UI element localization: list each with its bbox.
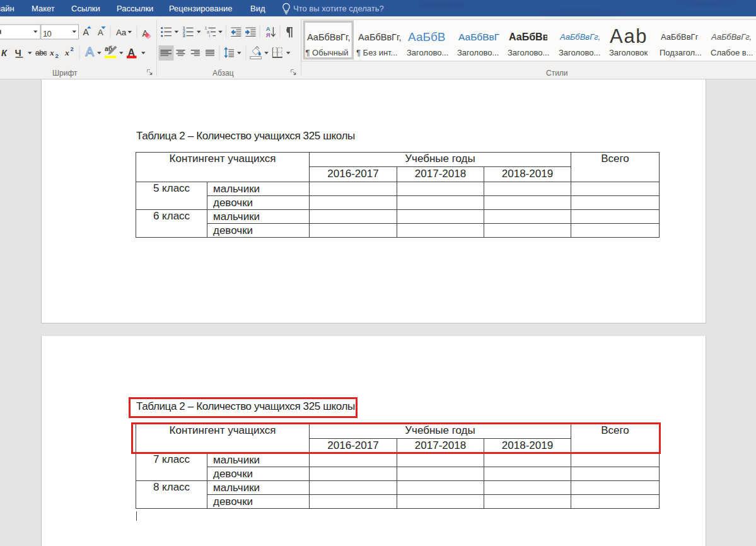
svg-text:АаБбВвГ: АаБбВвГ <box>458 32 500 42</box>
svg-text:Аа: Аа <box>116 28 127 37</box>
svg-text:2: 2 <box>55 52 59 59</box>
svg-text:АаБбВв: АаБбВв <box>509 32 549 42</box>
svg-text:і: і <box>209 33 211 38</box>
svg-text:Заголово...: Заголово... <box>508 48 549 57</box>
svg-text:x: x <box>49 48 54 57</box>
svg-text:АаБбВвГг,: АаБбВвГг, <box>559 32 600 42</box>
svg-text:10: 10 <box>43 29 51 38</box>
svg-text:¶ Обычный: ¶ Обычный <box>306 48 349 57</box>
svg-text:Ч: Ч <box>15 48 21 58</box>
svg-text:Заголово...: Заголово... <box>407 48 448 57</box>
svg-text:3: 3 <box>183 33 185 38</box>
svg-text:А: А <box>98 28 103 37</box>
svg-text:Я: Я <box>266 32 270 38</box>
svg-text:АаБбВв: АаБбВв <box>408 30 452 44</box>
svg-text:¶ Без инт...: ¶ Без инт... <box>356 48 397 57</box>
svg-text:Ааb: Ааb <box>610 25 648 47</box>
svg-text:Заголовок: Заголовок <box>609 48 648 57</box>
svg-text:Заголово...: Заголово... <box>457 48 499 57</box>
svg-text:Слабое в...: Слабое в... <box>711 48 753 57</box>
svg-text:2: 2 <box>71 45 74 52</box>
svg-text:АаБбВвГг: АаБбВвГг <box>661 32 699 42</box>
svg-text:АаБбВвГг,: АаБбВвГг, <box>307 32 351 42</box>
svg-text:К: К <box>1 48 8 58</box>
svg-text:АаБбВвГг,: АаБбВвГг, <box>358 32 402 42</box>
svg-text:Заголово...: Заголово... <box>559 48 600 57</box>
svg-text:x: x <box>64 48 69 57</box>
svg-text:Подзагол...: Подзагол... <box>660 48 702 57</box>
svg-text:А: А <box>86 45 95 59</box>
svg-text:abc: abc <box>35 49 47 57</box>
svg-text:АаБбВвГг,: АаБбВвГг, <box>711 32 752 42</box>
svg-text:А: А <box>83 27 90 37</box>
